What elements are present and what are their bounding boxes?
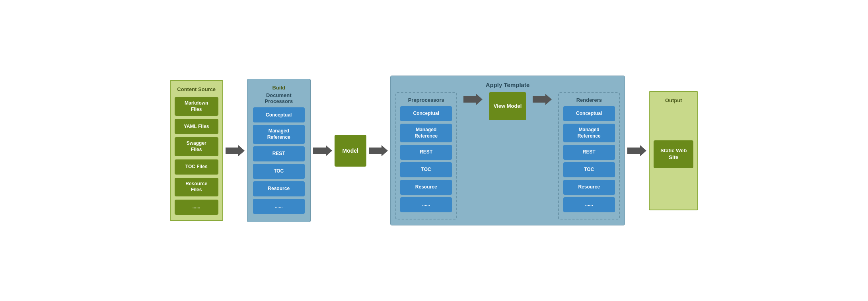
renderers-section: Renderers Conceptual ManagedReference RE… — [558, 92, 620, 219]
view-model-box: View Model — [489, 92, 527, 120]
build-item-rest: REST — [253, 146, 305, 161]
ren-item-rest: REST — [563, 145, 615, 160]
svg-marker-1 — [313, 145, 332, 156]
model-box: Model — [335, 135, 366, 167]
content-source-item-5: ResourceFiles — [175, 178, 218, 196]
build-item-resource: Resource — [253, 181, 305, 196]
build-title: Build — [272, 85, 285, 91]
ren-item-conceptual: Conceptual — [563, 106, 615, 121]
build-item-toc: TOC — [253, 164, 305, 179]
svg-marker-0 — [226, 145, 245, 156]
output-section: Output Static WebSite — [649, 91, 698, 210]
diagram: Content Source MarkdownFiles YAML Files … — [170, 76, 699, 225]
content-source-section: Content Source MarkdownFiles YAML Files … — [170, 80, 223, 221]
apply-template-inner: Preprocessors Conceptual ManagedReferenc… — [395, 92, 620, 219]
build-section: Build DocumentProcessors Conceptual Mana… — [247, 79, 311, 222]
content-source-item-2: YAML Files — [175, 119, 218, 134]
ren-item-managed-reference: ManagedReference — [563, 124, 615, 142]
content-source-item-1: MarkdownFiles — [175, 97, 218, 116]
arrow-inner — [463, 92, 483, 107]
build-item-dots: ...... — [253, 199, 305, 214]
content-source-item-6: ...... — [175, 200, 218, 215]
build-item-conceptual: Conceptual — [253, 107, 305, 122]
arrow-4 — [627, 144, 646, 158]
content-source-item-4: TOC Files — [175, 159, 218, 175]
svg-marker-4 — [533, 94, 552, 105]
preprocessors-section: Preprocessors Conceptual ManagedReferenc… — [395, 92, 457, 219]
arrow-2 — [313, 144, 332, 158]
ren-item-toc: TOC — [563, 162, 615, 177]
static-website-box: Static WebSite — [654, 140, 693, 168]
ren-item-dots: ...... — [563, 197, 615, 212]
doc-processors-title: DocumentProcessors — [265, 92, 293, 104]
svg-marker-3 — [463, 94, 483, 105]
pre-item-resource: Resource — [400, 180, 452, 195]
svg-marker-2 — [369, 145, 388, 156]
pre-item-conceptual: Conceptual — [400, 106, 452, 121]
output-title: Output — [665, 97, 682, 103]
content-source-item-3: SwaggerFiles — [175, 137, 218, 156]
svg-marker-5 — [627, 145, 646, 156]
content-source-title: Content Source — [177, 86, 216, 92]
ren-item-resource: Resource — [563, 180, 615, 195]
apply-template-section: Apply Template Preprocessors Conceptual … — [390, 76, 625, 225]
pre-item-toc: TOC — [400, 162, 452, 177]
arrow-inner-2 — [533, 92, 552, 107]
preprocessors-title: Preprocessors — [408, 97, 444, 103]
build-item-managed-reference: ManagedReference — [253, 125, 305, 144]
pre-item-managed-reference: ManagedReference — [400, 124, 452, 142]
arrow-1 — [226, 144, 245, 158]
renderers-title: Renderers — [576, 97, 602, 103]
pre-item-rest: REST — [400, 145, 452, 160]
apply-template-title: Apply Template — [486, 82, 530, 88]
pre-item-dots: ...... — [400, 197, 452, 212]
arrow-3 — [369, 144, 388, 158]
